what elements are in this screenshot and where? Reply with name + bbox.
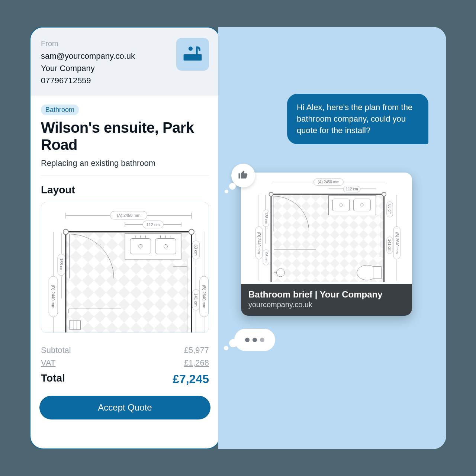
bath-icon <box>181 42 204 66</box>
typing-dot-icon <box>260 338 264 342</box>
svg-text:112 cm: 112 cm <box>346 187 358 191</box>
accept-quote-button[interactable]: Accept Quote <box>39 396 210 419</box>
vat-label: VAT <box>41 358 56 368</box>
svg-point-81 <box>276 268 284 277</box>
dim-counter: 112 cm <box>147 222 160 227</box>
svg-rect-80 <box>373 267 381 279</box>
total-label: Total <box>41 372 65 386</box>
quote-title: Wilson's ensuite, Park Road <box>41 119 209 153</box>
dim-door-h: 138 cm <box>59 258 64 271</box>
link-preview-card[interactable]: (A) 2450 mm 112 cm (D) 2440 mm 138 cm 96… <box>241 173 412 316</box>
svg-rect-0 <box>184 54 202 61</box>
preview-domain: yourcompany.co.uk <box>248 300 405 309</box>
svg-text:(D) 2440 mm: (D) 2440 mm <box>257 232 261 254</box>
chat-panel: Hi Alex, here's the plan from the bathro… <box>218 27 446 449</box>
svg-text:(B) 2640 mm: (B) 2640 mm <box>395 232 399 254</box>
svg-rect-27 <box>130 238 151 254</box>
company-logo <box>176 38 209 71</box>
svg-text:63 cm: 63 cm <box>388 204 392 214</box>
preview-title: Bathroom brief | Your Company <box>248 289 405 300</box>
svg-text:96 cm: 96 cm <box>264 253 268 263</box>
typing-indicator <box>234 329 275 351</box>
vat-value: £1,268 <box>184 358 209 368</box>
svg-text:(A) 2450 mm: (A) 2450 mm <box>318 180 340 184</box>
from-label: From <box>41 38 135 49</box>
chat-message-outgoing: Hi Alex, here's the plan from the bathro… <box>287 94 428 144</box>
svg-rect-28 <box>155 238 176 254</box>
preview-floorplan: (A) 2450 mm 112 cm (D) 2440 mm 138 cm 96… <box>241 173 412 284</box>
dim-height-right: (B) 2640 mm <box>202 285 206 308</box>
svg-text:138 cm: 138 cm <box>264 212 268 224</box>
total-value: £7,245 <box>173 372 209 386</box>
quote-totals: Subtotal £5,977 VAT £1,268 Total £7,245 <box>30 337 219 390</box>
svg-point-25 <box>189 229 194 235</box>
dim-sink-h: 63 cm <box>194 244 198 255</box>
svg-rect-73 <box>332 199 349 211</box>
quote-card: From sam@yourcompany.co.uk Your Company … <box>30 27 220 449</box>
svg-point-24 <box>63 229 68 235</box>
subtotal-label: Subtotal <box>41 345 71 355</box>
quote-header: From sam@yourcompany.co.uk Your Company … <box>30 28 219 96</box>
typing-dot-icon <box>253 338 257 342</box>
dim-height-left: (D) 2440 mm <box>51 285 55 309</box>
dim-wc-h: 141 cm <box>194 293 198 307</box>
reaction-bubble[interactable] <box>231 164 255 187</box>
svg-rect-74 <box>354 199 370 211</box>
category-chip: Bathroom <box>41 104 79 115</box>
sender-phone: 07796712559 <box>41 74 135 87</box>
svg-point-1 <box>189 46 193 51</box>
svg-point-71 <box>382 192 386 196</box>
svg-rect-40 <box>70 321 81 329</box>
svg-text:141 cm: 141 cm <box>388 239 392 251</box>
typing-dot-icon <box>245 338 250 342</box>
quote-subtitle: Replacing an existing bathroom <box>41 158 209 168</box>
section-layout-heading: Layout <box>41 184 209 196</box>
dim-width: (A) 2450 mm <box>117 213 140 218</box>
subtotal-value: £5,977 <box>184 345 209 355</box>
svg-point-70 <box>269 192 273 196</box>
floorplan: (A) 2450 mm 112 cm (D) 2440 mm 138 cm <box>41 202 209 333</box>
divider <box>41 176 209 176</box>
sender-company: Your Company <box>41 62 135 74</box>
sender-email: sam@yourcompany.co.uk <box>41 50 135 62</box>
thumbs-up-icon <box>238 169 249 182</box>
